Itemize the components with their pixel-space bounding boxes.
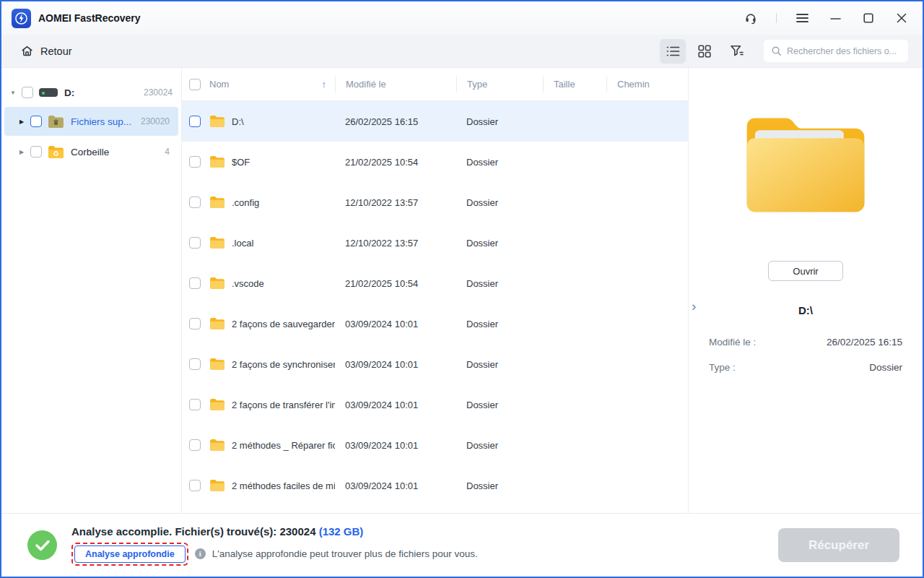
file-modified: 03/09/2024 10:01 — [335, 359, 456, 370]
file-name: $OF — [232, 157, 250, 168]
table-row[interactable]: D:\ 26/02/2025 16:15 Dossier — [182, 101, 688, 142]
caret-down-icon[interactable]: ▼ — [9, 90, 17, 96]
file-name: 2 méthodes _ Réparer fich... — [232, 440, 335, 451]
file-name: .vscode — [232, 278, 264, 289]
file-list: Nom ↑ Modifié le Type Taille Chemin D:\ … — [182, 68, 688, 513]
row-checkbox[interactable] — [189, 480, 201, 491]
home-icon — [20, 44, 34, 58]
row-checkbox[interactable] — [189, 237, 201, 249]
maximize-icon[interactable] — [860, 10, 876, 26]
file-type: Dossier — [456, 116, 543, 127]
file-type: Dossier — [456, 480, 543, 491]
preview-folder-icon — [740, 108, 871, 223]
file-type: Dossier — [456, 440, 543, 451]
deleted-files-checkbox[interactable] — [30, 116, 42, 127]
collapse-panel-chevron-icon[interactable]: › — [689, 298, 699, 314]
table-row[interactable]: 2 façons de transférer l'im... 03/09/202… — [182, 384, 688, 425]
statusbar: Analyse accomplie. Fichier(s) trouvé(s):… — [1, 513, 923, 577]
sidebar-item-recycle-bin[interactable]: ▶ ♻ Corbeille 4 — [4, 137, 178, 166]
row-checkbox[interactable] — [189, 399, 201, 410]
table-row[interactable]: .vscode 21/02/2025 10:54 Dossier — [182, 263, 688, 303]
table-row[interactable]: 2 méthodes _ Réparer fich... 03/09/2024 … — [182, 425, 688, 465]
support-headset-icon[interactable] — [743, 10, 759, 26]
caret-right-icon[interactable]: ▶ — [17, 118, 26, 125]
table-row[interactable]: 2 façons de synchroniser ... 03/09/2024 … — [182, 344, 688, 384]
row-checkbox[interactable] — [189, 197, 201, 208]
search-input[interactable] — [787, 46, 903, 56]
row-checkbox[interactable] — [189, 318, 201, 329]
back-button[interactable]: Retour — [20, 44, 72, 58]
recycle-bin-checkbox[interactable] — [30, 146, 42, 158]
drive-checkbox[interactable] — [22, 87, 33, 98]
table-row[interactable]: 2 méthodes faciles de mi... 03/09/2024 1… — [182, 465, 688, 506]
filter-icon[interactable] — [723, 39, 749, 64]
menu-icon[interactable] — [794, 10, 810, 26]
row-checkbox[interactable] — [189, 358, 201, 370]
folder-icon — [209, 155, 225, 168]
file-name: D:\ — [232, 116, 244, 127]
open-button[interactable]: Ouvrir — [768, 261, 843, 281]
search-icon — [771, 46, 782, 56]
file-name: .config — [232, 197, 259, 208]
drive-icon — [39, 88, 58, 97]
column-header-chemin[interactable]: Chemin — [606, 77, 688, 92]
file-type: Dossier — [456, 197, 543, 208]
sidebar-item-deleted-files[interactable]: ▶ Fichiers sup... 230020 — [4, 107, 178, 136]
svg-text:♻: ♻ — [53, 150, 59, 158]
drive-count: 230024 — [144, 87, 173, 98]
recover-button[interactable]: Récupérer — [778, 528, 899, 562]
back-label: Retour — [40, 46, 72, 57]
file-modified: 03/09/2024 10:01 — [335, 480, 456, 491]
file-modified: 26/02/2025 16:15 — [335, 116, 456, 127]
row-checkbox[interactable] — [189, 116, 201, 127]
row-checkbox[interactable] — [189, 156, 201, 168]
table-row[interactable]: $OF 21/02/2025 10:54 Dossier — [182, 142, 688, 182]
deleted-files-count: 230020 — [141, 116, 170, 126]
app-logo-icon — [12, 9, 31, 28]
folder-icon — [209, 277, 225, 290]
file-modified: 21/02/2025 10:54 — [335, 157, 456, 168]
caret-right-icon[interactable]: ▶ — [17, 149, 26, 155]
file-modified: 12/10/2022 13:57 — [335, 238, 456, 249]
recycle-bin-label: Corbeille — [71, 147, 109, 158]
file-modified: 03/09/2024 10:01 — [335, 319, 456, 329]
deleted-folder-icon — [48, 115, 64, 129]
file-type: Dossier — [456, 278, 543, 289]
row-checkbox[interactable] — [189, 277, 201, 289]
grid-view-button[interactable] — [692, 39, 718, 64]
minimize-icon[interactable] — [827, 10, 843, 26]
sort-ascending-icon[interactable]: ↑ — [322, 79, 327, 90]
column-header-nom[interactable]: Nom ↑ — [182, 77, 335, 92]
table-row[interactable]: 2 façons de sauvegarder s... 03/09/2024 … — [182, 303, 688, 344]
folder-icon — [209, 439, 225, 452]
folder-icon — [209, 317, 225, 330]
sidebar-item-drive-d[interactable]: ▼ D: 230024 — [1, 79, 181, 105]
folder-icon — [209, 115, 225, 128]
preview-file-name: D:\ — [798, 304, 813, 316]
column-header-modifie[interactable]: Modifié le — [335, 77, 456, 92]
file-modified: 03/09/2024 10:01 — [335, 440, 456, 451]
deleted-files-label: Fichiers sup... — [71, 116, 131, 127]
preview-modified-row: Modifié le : 26/02/2025 16:15 — [709, 337, 902, 348]
app-title: AOMEI FastRecovery — [38, 12, 141, 24]
row-checkbox[interactable] — [189, 439, 201, 451]
folder-icon — [209, 398, 225, 411]
column-header-taille[interactable]: Taille — [543, 77, 606, 92]
table-row[interactable]: .local 12/10/2022 13:57 Dossier — [182, 223, 688, 263]
search-box — [764, 40, 908, 62]
column-header-type[interactable]: Type — [456, 77, 543, 92]
recycle-bin-count: 4 — [165, 147, 170, 157]
app-window: AOMEI FastRecovery — [0, 0, 924, 578]
list-view-button[interactable] — [660, 39, 686, 64]
table-header: Nom ↑ Modifié le Type Taille Chemin — [182, 68, 688, 101]
file-name: 2 façons de synchroniser ... — [232, 359, 335, 370]
titlebar: AOMEI FastRecovery — [1, 1, 923, 35]
table-row[interactable]: .config 12/10/2022 13:57 Dossier — [182, 182, 688, 223]
file-type: Dossier — [456, 319, 543, 329]
deep-scan-button[interactable]: Analyse approfondie — [74, 545, 186, 563]
folder-icon — [209, 196, 225, 209]
file-type: Dossier — [456, 238, 543, 249]
close-icon[interactable] — [894, 10, 910, 26]
select-all-checkbox[interactable] — [189, 79, 201, 90]
toolbar: Retour — [1, 35, 923, 68]
